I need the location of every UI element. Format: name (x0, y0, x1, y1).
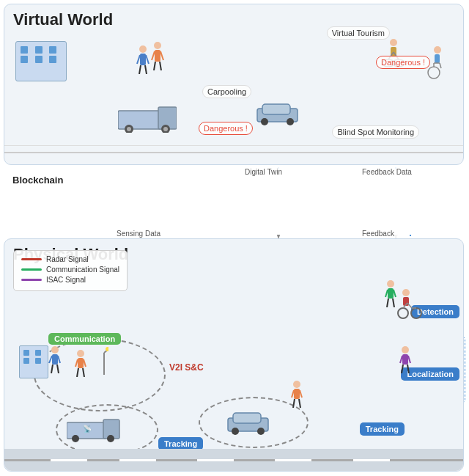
dangerous-label-1: Dangerous ! (376, 56, 430, 69)
feedback-label-pos: Feedback (359, 229, 397, 238)
person-comm-2 (74, 349, 87, 380)
blockchain-label: Blockchain (12, 175, 63, 186)
svg-point-119 (293, 381, 300, 388)
svg-point-42 (390, 39, 397, 46)
svg-line-104 (387, 299, 388, 307)
virtual-tourism-label: Virtual Tourism (327, 26, 390, 40)
svg-rect-120 (294, 389, 300, 399)
sensing-data-label-pos: Sensing Data (114, 229, 163, 238)
dangerous-label-2: Dangerous ! (199, 122, 253, 135)
svg-point-108 (398, 308, 408, 318)
street-lamp (100, 345, 108, 378)
svg-point-25 (163, 127, 168, 131)
svg-rect-20 (118, 111, 162, 129)
virtual-building (15, 41, 67, 81)
svg-point-48 (434, 46, 441, 54)
svg-line-123 (293, 399, 295, 408)
radar-label: Radar Signal (46, 255, 89, 263)
svg-point-76 (51, 346, 59, 354)
svg-line-118 (407, 365, 409, 373)
svg-point-23 (127, 127, 131, 131)
svg-line-102 (385, 290, 388, 297)
svg-rect-27 (262, 104, 290, 114)
person-virtual-1 (136, 45, 149, 77)
person-localization (399, 345, 412, 376)
svg-point-95 (107, 435, 114, 442)
svg-rect-101 (388, 288, 394, 299)
svg-point-106 (402, 289, 410, 296)
svg-line-41 (160, 62, 161, 70)
svg-line-86 (77, 368, 78, 377)
legend-isac: ISAC Signal (21, 276, 119, 284)
svg-point-82 (77, 350, 84, 357)
svg-point-29 (287, 118, 294, 125)
vw-road-1 (4, 152, 463, 153)
person-virtual-2 (151, 41, 164, 73)
virtual-car (254, 100, 301, 128)
svg-point-99 (257, 428, 265, 435)
person-tracking (290, 380, 303, 411)
vw-road-2 (4, 145, 463, 146)
svg-point-28 (261, 118, 268, 125)
digital-twin-label-top: Digital Twin (242, 167, 285, 177)
feedback-data-label-top: Feedback Data (359, 167, 415, 177)
svg-rect-37 (155, 50, 160, 62)
svg-point-36 (154, 42, 161, 49)
main-container: Virtual World (0, 0, 469, 476)
svg-line-124 (299, 399, 300, 408)
svg-point-50 (428, 67, 440, 78)
svg-rect-114 (402, 354, 408, 365)
person-comm-1 (48, 345, 62, 376)
phys-truck: 📡 (67, 417, 122, 447)
legend-radar: Radar Signal (21, 255, 119, 263)
svg-line-116 (408, 356, 410, 363)
svg-point-98 (232, 428, 239, 435)
svg-point-113 (402, 346, 409, 354)
blind-spot-label: Blind Spot Monitoring (332, 125, 419, 139)
svg-line-35 (145, 65, 147, 74)
virtual-world-section: Virtual World (4, 4, 464, 165)
svg-line-40 (154, 62, 155, 70)
radar-line (21, 258, 42, 260)
svg-line-117 (402, 365, 403, 373)
blockchain-section: Blockchain → Block N → ... → Block 2 → B… (4, 169, 464, 235)
isac-label: ISAC Signal (46, 276, 86, 284)
communication-label: Communication (48, 333, 121, 345)
svg-rect-31 (140, 54, 146, 65)
svg-line-33 (146, 55, 149, 64)
virtual-world-title: Virtual World (13, 10, 113, 29)
svg-rect-83 (78, 358, 84, 368)
svg-line-81 (57, 365, 59, 373)
svg-line-39 (160, 51, 163, 60)
svg-rect-77 (52, 354, 58, 365)
v2i-label: V2I S&C (169, 362, 204, 373)
svg-point-94 (72, 435, 79, 442)
svg-line-34 (139, 65, 141, 74)
svg-line-85 (84, 359, 86, 367)
tracking-box-right: Tracking (360, 422, 405, 436)
svg-line-103 (394, 290, 396, 297)
person-detection-1 (384, 279, 397, 310)
legend-comm: Communication Signal (21, 266, 119, 274)
phys-building (19, 345, 48, 378)
svg-line-32 (137, 55, 140, 64)
svg-text:📡: 📡 (83, 424, 92, 433)
virtual-truck (118, 103, 177, 136)
svg-line-78 (49, 356, 52, 363)
phys-car (224, 408, 272, 439)
svg-line-105 (393, 299, 394, 307)
comm-label-text: Communication Signal (46, 266, 119, 274)
legend-box: Radar Signal Communication Signal ISAC S… (13, 250, 128, 291)
svg-line-115 (400, 356, 402, 363)
svg-line-84 (75, 359, 78, 367)
svg-point-100 (387, 280, 394, 288)
svg-point-109 (411, 308, 421, 318)
comm-line (21, 268, 42, 271)
svg-line-121 (292, 390, 294, 398)
svg-line-79 (58, 356, 60, 363)
isac-line (21, 279, 42, 281)
svg-line-87 (83, 368, 84, 377)
physical-world-section: Physical World Radar Signal Communicatio… (4, 238, 464, 472)
svg-rect-49 (435, 54, 440, 63)
svg-rect-97 (233, 413, 261, 423)
